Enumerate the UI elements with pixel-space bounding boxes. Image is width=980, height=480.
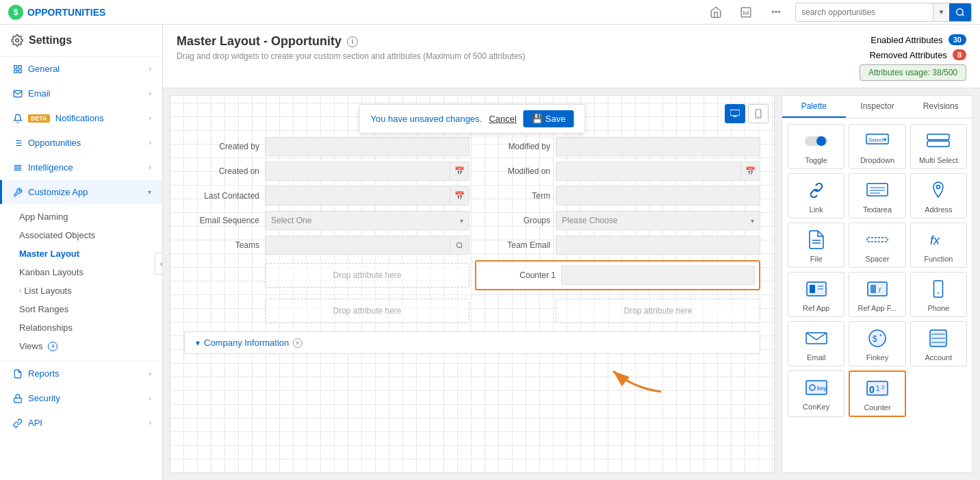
palette-item-function[interactable]: fx Function: [910, 223, 967, 268]
palette-item-email[interactable]: Email: [788, 321, 844, 366]
drop-attribute-left2[interactable]: Drop attribute here: [265, 299, 469, 323]
drop-zone-left2[interactable]: Drop attribute here: [184, 296, 469, 326]
created-by-label: Created by: [184, 142, 259, 151]
last-contacted-label: Last Contacted: [184, 191, 259, 201]
drop-zone-right2[interactable]: Drop attribute here: [475, 296, 760, 326]
sidebar-item-general[interactable]: General ›: [0, 57, 162, 81]
palette-item-multi-select[interactable]: Multi Select: [910, 124, 967, 169]
sub-relationships[interactable]: Relationships: [0, 318, 162, 337]
term-input[interactable]: [556, 186, 760, 205]
palette-item-ref-app[interactable]: Ref App: [788, 272, 844, 317]
form-field-counter[interactable]: Counter 1: [475, 260, 760, 290]
attribute-stats: Enabled Attributes 30 Removed Attributes…: [860, 34, 966, 81]
created-on-calendar-btn[interactable]: 📅: [450, 162, 469, 181]
counter-input[interactable]: [561, 266, 755, 285]
security-icon: [13, 394, 23, 403]
email-sequence-label: Email Sequence: [184, 216, 259, 225]
form-row-drop1: Drop attribute here Counter 1: [184, 260, 760, 290]
views-add-icon[interactable]: +: [48, 342, 57, 351]
sidebar-item-intelligence[interactable]: Intelligence ›: [0, 155, 162, 179]
search-dropdown-button[interactable]: ▼: [933, 3, 949, 21]
sub-kanban-layouts[interactable]: Kanban Layouts: [0, 263, 162, 281]
unsaved-changes-bar: You have unsaved changes. Cancel 💾 Save: [359, 104, 586, 134]
palette-item-ref-app-f[interactable]: f Ref App F...: [849, 272, 905, 317]
charts-button[interactable]: [735, 1, 757, 23]
created-by-input[interactable]: [265, 137, 469, 156]
palette-item-toggle[interactable]: Toggle: [788, 124, 844, 169]
drop-attribute-right2[interactable]: Drop attribute here: [556, 299, 760, 323]
info-icon[interactable]: i: [347, 36, 358, 47]
palette-item-spacer[interactable]: Spacer: [849, 223, 905, 268]
palette-item-conkey[interactable]: key ConKey: [788, 370, 844, 417]
brand-icon: $: [8, 5, 23, 20]
email-sequence-select[interactable]: Select One ▾: [265, 211, 469, 230]
palette-item-account[interactable]: Account: [910, 321, 967, 366]
spacer-icon: [864, 227, 891, 252]
sidebar-item-email[interactable]: Email ›: [0, 81, 162, 105]
svg-point-26: [816, 136, 826, 146]
list-layouts-expand: ›: [19, 287, 21, 294]
mobile-view-button[interactable]: [748, 104, 769, 123]
drop-zone-left[interactable]: Drop attribute here: [184, 260, 469, 290]
modified-on-input[interactable]: [556, 162, 741, 181]
svg-text:1: 1: [876, 385, 880, 392]
palette-item-counter[interactable]: 012 Counter: [849, 370, 905, 417]
sidebar-item-reports[interactable]: Reports ›: [0, 362, 162, 386]
removed-count-badge: 8: [953, 49, 966, 60]
home-button[interactable]: [705, 1, 727, 23]
tab-revisions[interactable]: Revisions: [909, 96, 972, 118]
more-button[interactable]: •••: [765, 1, 787, 23]
sub-views[interactable]: Views +: [0, 337, 162, 355]
sidebar-item-customize[interactable]: Customize App ▾: [0, 180, 162, 204]
groups-select[interactable]: Please Choose ▾: [556, 211, 760, 230]
search-go-button[interactable]: [949, 3, 971, 21]
sidebar-item-opportunities[interactable]: Opportunities ›: [0, 131, 162, 155]
team-email-input[interactable]: [556, 236, 760, 255]
attributes-usage-button[interactable]: Attributes usage: 38/500: [860, 64, 966, 81]
svg-text:▾: ▾: [884, 136, 887, 143]
search-input[interactable]: [796, 3, 933, 21]
link-icon: [803, 178, 830, 203]
reports-arrow: ›: [149, 370, 151, 377]
palette-item-textarea[interactable]: Textarea: [849, 173, 905, 218]
company-section-close[interactable]: ✕: [293, 338, 302, 348]
teams-input[interactable]: [265, 236, 450, 255]
sub-sort-ranges[interactable]: Sort Ranges: [0, 300, 162, 318]
tab-palette[interactable]: Palette: [782, 96, 846, 118]
desktop-view-button[interactable]: [725, 104, 745, 123]
palette-item-link[interactable]: Link: [788, 173, 844, 218]
enabled-count-badge: 30: [949, 34, 966, 45]
save-button[interactable]: 💾 Save: [524, 110, 574, 127]
company-section-header[interactable]: ▾ Company Information ✕: [196, 338, 749, 348]
last-contacted-input[interactable]: [265, 186, 450, 205]
drop-attribute-left[interactable]: Drop attribute here: [265, 263, 469, 288]
sub-associated-objects[interactable]: Associated Objects: [0, 226, 162, 244]
sub-list-layouts[interactable]: › List Layouts: [0, 281, 162, 300]
teams-search-btn[interactable]: [450, 236, 469, 255]
brand-logo[interactable]: $ OPPORTUNITIES: [8, 5, 105, 20]
sidebar-item-notifications[interactable]: BETA Notifications ›: [0, 106, 162, 130]
modified-by-input[interactable]: [556, 137, 760, 156]
tab-inspector[interactable]: Inspector: [846, 96, 910, 118]
email-arrow: ›: [149, 90, 151, 97]
palette-item-dropdown[interactable]: Select▾ Dropdown: [849, 124, 905, 169]
general-arrow: ›: [149, 65, 151, 73]
sidebar-item-api[interactable]: API ›: [0, 411, 162, 435]
svg-text:Select: Select: [868, 137, 884, 143]
palette-item-phone[interactable]: Phone: [910, 272, 967, 317]
teams-label: Teams: [184, 240, 259, 250]
last-contacted-calendar-btn[interactable]: 📅: [450, 186, 469, 205]
created-on-input[interactable]: [265, 162, 450, 181]
api-arrow: ›: [149, 419, 151, 427]
cancel-button[interactable]: Cancel: [489, 114, 516, 124]
sub-master-layout[interactable]: Master Layout: [0, 244, 162, 263]
modified-on-calendar-btn[interactable]: 📅: [741, 162, 760, 181]
sub-app-naming[interactable]: App Naming: [0, 207, 162, 226]
sidebar-item-security[interactable]: Security ›: [0, 386, 162, 410]
palette-item-finkey[interactable]: $* Finkey: [849, 321, 905, 366]
removed-attributes-stat: Removed Attributes 8: [860, 49, 966, 60]
last-contacted-field: 📅: [265, 186, 469, 205]
palette-item-file[interactable]: File: [788, 223, 844, 268]
palette-item-address[interactable]: Address: [910, 173, 967, 218]
sidebar-collapse-button[interactable]: ‹: [155, 253, 163, 275]
